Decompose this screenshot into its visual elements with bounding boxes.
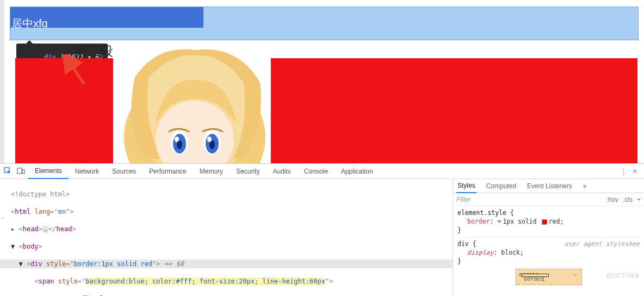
tab-sources[interactable]: Sources	[106, 164, 143, 178]
styles-tab-computed[interactable]: Computed	[485, 180, 517, 193]
close-icon[interactable]: ✕	[632, 168, 637, 175]
devtools-panel: Elements Network Sources Performance Mem…	[0, 163, 644, 296]
devtools-tabbar: Elements Network Sources Performance Mem…	[0, 164, 644, 179]
more-icon[interactable]: ⋮	[620, 168, 627, 175]
tab-security[interactable]: Security	[230, 164, 266, 178]
tab-application[interactable]: Application	[335, 164, 380, 178]
color-swatch-red[interactable]	[542, 219, 547, 225]
tab-network[interactable]: Network	[69, 164, 106, 178]
styles-filter-input[interactable]: Filter	[456, 196, 606, 203]
cls-toggle[interactable]: .cls	[623, 196, 633, 203]
styles-tab-eventlisteners[interactable]: Event Listeners	[526, 180, 573, 193]
anime-image	[113, 45, 271, 163]
styles-rules[interactable]: element.style { border: 1px solid red; }…	[453, 206, 644, 296]
watermark: @51CTO博客	[606, 272, 640, 280]
rule-source-ua: user agent styleshee	[565, 239, 640, 248]
dom-tree[interactable]: <!doctype html> <html lang="en"> ▸ <head…	[0, 179, 453, 296]
dom-selected-div-style: border:1px solid red	[74, 260, 153, 268]
tab-console[interactable]: Console	[298, 164, 335, 178]
tab-memory[interactable]: Memory	[193, 164, 230, 178]
dom-doctype: <!doctype html>	[11, 190, 70, 198]
add-rule-button[interactable]: +	[637, 196, 641, 203]
styles-filter-row: Filter :hov .cls +	[453, 193, 644, 206]
dom-span-style: background:blue; color:#fff; font-size:2…	[85, 278, 325, 285]
device-toggle-icon[interactable]	[15, 166, 26, 177]
styles-tabbar: Styles Computed Event Listeners »	[453, 179, 644, 193]
inspected-div-highlight: 居中xfg	[10, 7, 639, 40]
tab-performance[interactable]: Performance	[143, 164, 193, 178]
svg-rect-13	[17, 168, 22, 174]
rule-div: div	[457, 240, 469, 248]
inspect-icon[interactable]	[2, 166, 13, 177]
styles-tab-styles[interactable]: Styles	[456, 179, 476, 193]
rule-element-style: element.style	[457, 209, 506, 217]
styles-more-icon[interactable]: »	[583, 182, 587, 190]
centered-span: 居中xfg	[10, 7, 203, 28]
rendered-page: 居中xfg div | 1072 × 62 第三段	[0, 0, 644, 163]
tab-audits[interactable]: Audits	[266, 164, 297, 178]
red-background-div	[15, 58, 637, 163]
hov-toggle[interactable]: :hov	[606, 196, 618, 203]
svg-point-10	[175, 137, 179, 142]
span-text: 居中xfg	[11, 17, 48, 28]
svg-rect-14	[22, 170, 24, 174]
svg-point-11	[207, 137, 212, 142]
tab-elements[interactable]: Elements	[28, 164, 69, 179]
section-heading: 第三段	[74, 42, 113, 60]
dom-eq0: == $0	[160, 260, 184, 268]
